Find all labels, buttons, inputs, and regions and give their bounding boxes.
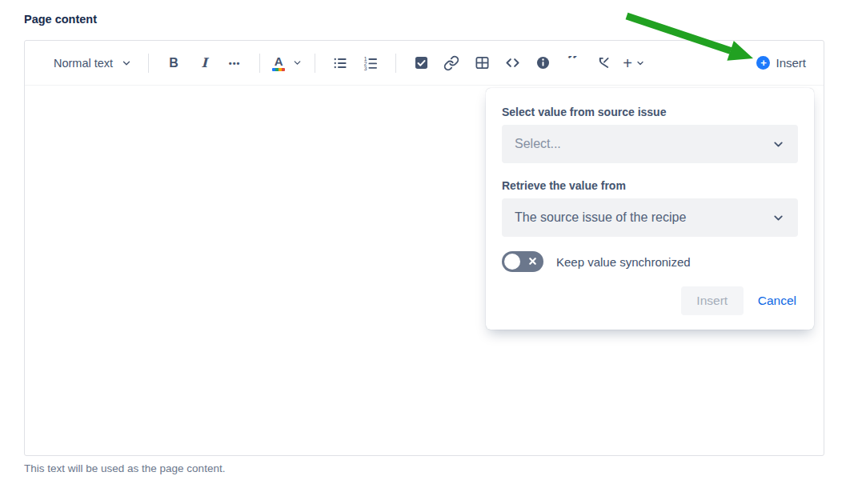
popup-insert-button[interactable]: Insert: [681, 286, 744, 315]
text-style-label: Normal text: [54, 57, 113, 70]
retrieve-field-label: Retrieve the value from: [502, 179, 798, 192]
chevron-down-icon: [772, 211, 785, 225]
select-value: The source issue of the recipe: [515, 210, 686, 225]
more-icon: •••: [229, 58, 241, 68]
info-icon: [535, 55, 551, 70]
toolbar-divider: [315, 54, 315, 73]
select-placeholder: Select...: [515, 137, 561, 151]
text-color-icon: A: [272, 55, 285, 71]
task-item-button[interactable]: [408, 50, 434, 76]
more-formatting-button[interactable]: •••: [222, 50, 247, 76]
text-style-dropdown[interactable]: Normal text: [47, 50, 138, 76]
sync-toggle-label: Keep value synchronized: [556, 255, 691, 269]
bold-icon: B: [169, 56, 178, 70]
italic-icon: I: [201, 55, 206, 70]
source-field-label: Select value from source issue: [502, 106, 798, 118]
insert-value-popup: Select value from source issue Select...…: [486, 88, 814, 330]
popup-actions: Insert Cancel: [502, 286, 798, 315]
chevron-down-icon: [635, 58, 645, 68]
toolbar-divider: [395, 54, 396, 73]
task-checkbox-icon: [414, 55, 429, 70]
sync-toggle[interactable]: [502, 251, 543, 272]
insert-label: Insert: [776, 56, 806, 70]
toggle-knob: [504, 254, 520, 270]
table-button[interactable]: [469, 50, 495, 76]
sync-toggle-row: Keep value synchronized: [502, 251, 798, 272]
italic-button[interactable]: I: [191, 50, 217, 76]
retrieve-from-select[interactable]: The source issue of the recipe: [502, 198, 798, 237]
code-icon: [504, 54, 521, 71]
toolbar-divider: [148, 54, 149, 73]
decision-icon: [596, 55, 611, 70]
table-icon: [475, 55, 490, 70]
source-value-select[interactable]: Select...: [502, 125, 798, 163]
toggle-off-x-icon: [528, 257, 537, 266]
chevron-down-icon: [772, 138, 785, 151]
bullet-list-icon: [332, 55, 348, 71]
toolbar-divider: [259, 54, 260, 73]
insert-plus-menu-button[interactable]: +: [621, 50, 647, 76]
source-issue-field: Select value from source issue Select...: [502, 106, 798, 163]
bold-button[interactable]: B: [161, 50, 186, 76]
editor-toolbar: Normal text B I ••• A: [25, 41, 824, 86]
quote-button[interactable]: ”: [560, 50, 586, 76]
popup-cancel-button[interactable]: Cancel: [756, 294, 798, 308]
bullet-list-button[interactable]: [327, 50, 353, 76]
chevron-down-icon: [292, 58, 303, 68]
chevron-down-icon: [121, 58, 132, 69]
decision-button[interactable]: [591, 50, 616, 76]
helper-text: This text will be used as the page conte…: [24, 462, 225, 474]
insert-button[interactable]: + Insert: [756, 56, 806, 70]
page-title: Page content: [24, 13, 97, 26]
link-icon: [443, 55, 459, 71]
link-button[interactable]: [439, 50, 464, 76]
numbered-list-button[interactable]: 1 2 3: [358, 50, 383, 76]
quote-icon: ”: [567, 56, 579, 70]
insert-plus-icon: +: [756, 56, 770, 70]
code-snippet-button[interactable]: [499, 50, 525, 76]
info-panel-button[interactable]: [530, 50, 555, 76]
text-color-dropdown[interactable]: A: [272, 50, 303, 76]
numbered-list-icon: 1 2 3: [363, 55, 379, 71]
svg-text:3: 3: [364, 65, 367, 70]
retrieve-from-field: Retrieve the value from The source issue…: [502, 179, 798, 237]
plus-icon: +: [623, 55, 632, 71]
